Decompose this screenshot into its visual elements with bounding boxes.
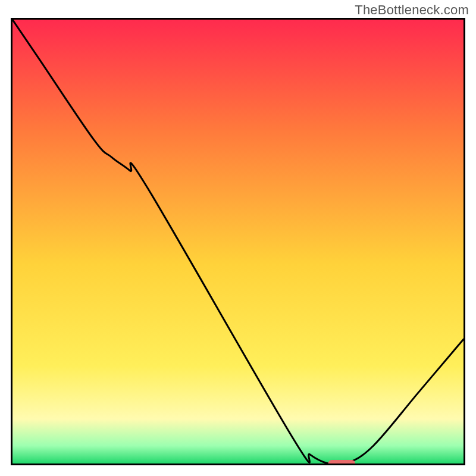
optimal-marker [328,460,356,464]
plot-area [12,20,464,464]
plot-frame [11,18,465,465]
gradient-bg [12,20,464,464]
watermark-text: TheBottleneck.com [355,2,469,18]
chart-container: TheBottleneck.com [0,0,476,476]
chart-svg [12,20,464,464]
